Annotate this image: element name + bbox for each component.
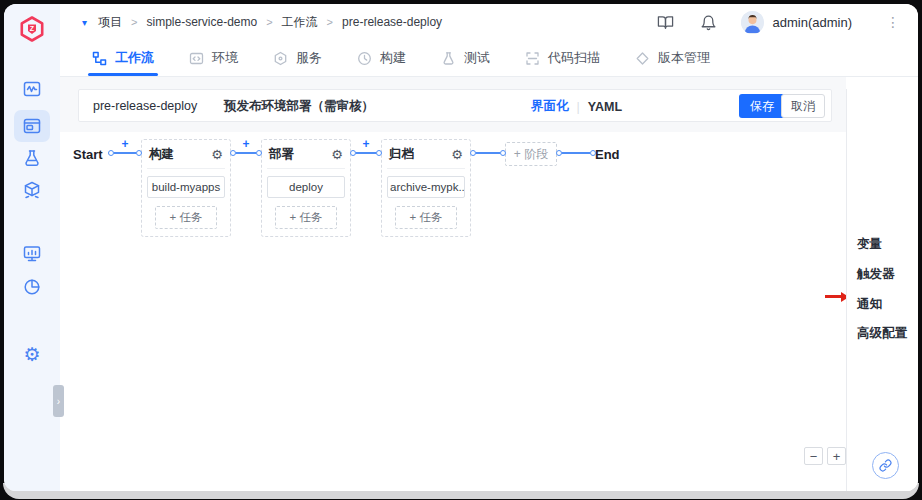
- annotation-red-arrow-icon: [825, 295, 842, 298]
- panel-item-triggers[interactable]: 触发器: [857, 266, 895, 283]
- tab-workflows[interactable]: 工作流: [92, 40, 154, 76]
- docs-book-icon[interactable]: [657, 14, 674, 31]
- stage-title: 构建: [149, 146, 174, 163]
- panel-item-advanced-config[interactable]: 高级配置: [857, 325, 907, 342]
- task-item[interactable]: build-myapps: [147, 176, 225, 198]
- workflow-editor-content: pre-release-deploy 预发布环境部署（需审核） ✎ 界面化 | …: [60, 77, 918, 491]
- top-bar: ▾ 项目 > simple-service-demo > 工作流 > pre-r…: [60, 4, 918, 40]
- add-task-button[interactable]: + 任务: [155, 206, 217, 229]
- view-mode-toggle: 界面化 | YAML: [531, 98, 622, 115]
- more-menu-kebab-icon[interactable]: ⋮: [882, 14, 904, 30]
- workflow-settings-panel: 变量 触发器 通知 高级配置: [846, 89, 918, 491]
- stage-settings-gear-icon[interactable]: ⚙: [451, 148, 463, 161]
- add-stage-plus-icon[interactable]: +: [242, 138, 249, 150]
- zoom-out-button[interactable]: −: [804, 447, 823, 465]
- settings-gear-icon[interactable]: ⚙: [21, 343, 43, 365]
- connector-line: [356, 152, 376, 154]
- add-task-button[interactable]: + 任务: [395, 206, 457, 229]
- breadcrumb-project-name[interactable]: simple-service-demo: [146, 15, 257, 29]
- tab-label: 服务: [296, 49, 322, 67]
- stage-card-archive: 归档 ⚙ archive-mypk... + 任务: [381, 139, 471, 237]
- stage-header: 归档 ⚙: [387, 144, 465, 169]
- stage-connector: +: [231, 139, 261, 157]
- workflow-tree-icon: [92, 51, 107, 66]
- main-area: ▾ 项目 > simple-service-demo > 工作流 > pre-r…: [60, 4, 918, 491]
- task-item[interactable]: archive-mypk...: [387, 176, 465, 198]
- stage-connector: [557, 139, 595, 157]
- activity-monitor-icon[interactable]: [21, 78, 43, 100]
- panel-item-notifications[interactable]: 通知: [857, 296, 882, 313]
- share-link-button[interactable]: [872, 452, 899, 479]
- app-window: Z: [4, 4, 918, 491]
- stage-settings-gear-icon[interactable]: ⚙: [331, 148, 343, 161]
- workflow-description: 预发布环境部署（需审核）: [224, 98, 374, 115]
- breadcrumb: ▾ 项目 > simple-service-demo > 工作流 > pre-r…: [82, 14, 442, 31]
- save-button[interactable]: 保存: [739, 94, 785, 118]
- environment-code-icon: [189, 51, 204, 66]
- breadcrumb-separator: >: [327, 16, 333, 28]
- zoom-in-button[interactable]: +: [827, 447, 846, 465]
- breadcrumb-separator: >: [266, 16, 272, 28]
- edit-pencil-icon[interactable]: ✎: [337, 97, 348, 112]
- cancel-button[interactable]: 取消: [781, 94, 825, 118]
- stage-connector: +: [109, 139, 141, 157]
- task-item[interactable]: deploy: [267, 176, 345, 198]
- test-flask-icon: [441, 51, 456, 66]
- add-stage-plus-icon[interactable]: +: [121, 138, 128, 150]
- add-task-button[interactable]: + 任务: [275, 206, 337, 229]
- notifications-bell-icon[interactable]: [700, 14, 717, 31]
- view-mode-ui[interactable]: 界面化: [531, 98, 569, 115]
- stage-title: 归档: [389, 146, 414, 163]
- tab-services[interactable]: 服务: [273, 40, 322, 76]
- stage-settings-gear-icon[interactable]: ⚙: [211, 148, 223, 161]
- stage-card-build: 构建 ⚙ build-myapps + 任务: [141, 139, 231, 237]
- start-node-label: Start: [73, 147, 109, 162]
- stage-header: 构建 ⚙: [147, 144, 225, 169]
- view-mode-yaml[interactable]: YAML: [588, 100, 622, 114]
- connector-line: [236, 152, 256, 154]
- version-diamond-icon: [635, 51, 650, 66]
- statistics-pie-icon[interactable]: [21, 276, 43, 298]
- add-stage-button[interactable]: + 阶段: [505, 142, 557, 166]
- tab-code-scan[interactable]: 代码扫描: [525, 40, 600, 76]
- breadcrumb-workflows[interactable]: 工作流: [282, 14, 318, 31]
- stage-card-deploy: 部署 ⚙ deploy + 任务: [261, 139, 351, 237]
- stage-title: 部署: [269, 146, 294, 163]
- add-stage-plus-icon[interactable]: +: [362, 138, 369, 150]
- sidebar: Z: [4, 4, 60, 491]
- stage-connector: +: [351, 139, 381, 157]
- workflow-canvas: Start + 构建 ⚙ build-myapps + 任务 +: [73, 139, 620, 237]
- breadcrumb-current-workflow: pre-release-deploy: [342, 15, 442, 29]
- connector-line: [562, 152, 590, 154]
- tab-label: 构建: [380, 49, 406, 67]
- tab-builds[interactable]: 构建: [357, 40, 406, 76]
- user-name[interactable]: admin(admin): [773, 15, 852, 30]
- testing-lab-icon[interactable]: [21, 147, 43, 169]
- service-cube-icon: [273, 51, 288, 66]
- stage-connector: [471, 139, 505, 157]
- view-mode-separator: |: [577, 100, 580, 114]
- tab-label: 测试: [464, 49, 490, 67]
- tab-tests[interactable]: 测试: [441, 40, 490, 76]
- breadcrumb-projects[interactable]: 项目: [98, 14, 122, 31]
- workflow-name: pre-release-deploy: [93, 99, 197, 113]
- user-avatar[interactable]: [741, 11, 764, 34]
- tab-releases[interactable]: 版本管理: [635, 40, 710, 76]
- delivery-center-icon[interactable]: [21, 179, 43, 201]
- workflow-projects-icon[interactable]: [21, 115, 43, 137]
- tab-environments[interactable]: 环境: [189, 40, 238, 76]
- data-dashboard-icon[interactable]: [21, 243, 43, 265]
- sidebar-collapse-handle[interactable]: ›: [53, 385, 64, 417]
- breadcrumb-separator: >: [131, 16, 137, 28]
- tab-label: 代码扫描: [548, 49, 600, 67]
- build-icon: [357, 51, 372, 66]
- topbar-actions: admin(admin) ⋮: [657, 11, 904, 34]
- tab-label: 版本管理: [658, 49, 710, 67]
- tab-label: 环境: [212, 49, 238, 67]
- zadig-logo-icon[interactable]: Z: [18, 15, 46, 43]
- breadcrumb-dropdown-caret-icon[interactable]: ▾: [82, 17, 87, 28]
- end-node-label: End: [595, 147, 620, 162]
- project-tab-bar: 工作流 环境 服务: [60, 40, 918, 77]
- panel-item-variables[interactable]: 变量: [857, 236, 882, 253]
- workflow-toolbar: pre-release-deploy 预发布环境部署（需审核） ✎ 界面化 | …: [78, 89, 832, 122]
